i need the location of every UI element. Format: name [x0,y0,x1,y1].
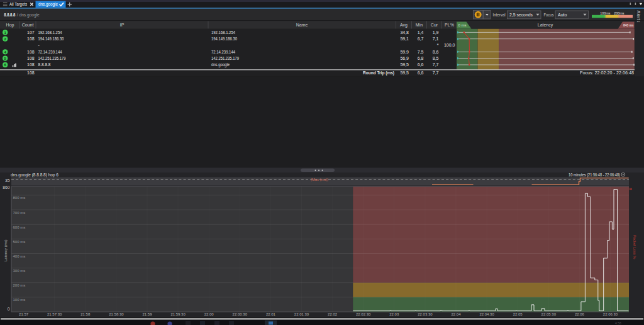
svg-text:22:00: 22:00 [204,312,214,316]
svg-text:860: 860 [3,185,10,190]
svg-text:59,1: 59,1 [400,37,409,41]
svg-text:22:02: 22:02 [328,312,338,316]
svg-text:/ dns.google: / dns.google [17,12,40,18]
svg-text:22:04: 22:04 [451,312,461,316]
svg-text:10 minutes (21:56:48 - 22:06:4: 10 minutes (21:56:48 - 22:06:48) [569,173,620,178]
svg-text:72.14.239.144: 72.14.239.144 [38,50,62,54]
svg-text:8.8.8.8: 8.8.8.8 [4,12,15,18]
svg-text:Cur: Cur [431,23,438,27]
svg-text:21:57:30: 21:57:30 [47,312,62,316]
svg-text:Packet Loss %: Packet Loss % [633,235,636,259]
svg-text:dns.google: dns.google [211,62,230,67]
svg-text:22:01:30: 22:01:30 [294,312,309,316]
svg-text:Name: Name [296,23,308,27]
svg-text:21:59:30: 21:59:30 [170,312,186,316]
svg-text:100ms: 100ms [600,11,610,15]
svg-text:700 ms: 700 ms [13,211,26,215]
svg-text:500 ms: 500 ms [13,240,26,244]
svg-text:0: 0 [8,307,10,311]
svg-text:22:05:30: 22:05:30 [541,312,557,316]
svg-text:Latency: Latency [538,23,553,28]
svg-text:1,9: 1,9 [433,30,439,35]
svg-text:Count: Count [22,23,34,27]
svg-text:200 ms: 200 ms [13,283,26,287]
svg-text:Latency (ms): Latency (ms) [4,239,8,261]
svg-text:56,9: 56,9 [400,56,409,60]
svg-text:PL%: PL% [445,23,454,27]
svg-text:22:06:30: 22:06:30 [603,312,618,316]
svg-text:7,7: 7,7 [433,62,439,67]
svg-text:108: 108 [27,71,35,75]
svg-text:Round Trip (ms): Round Trip (ms) [363,71,394,76]
svg-text:22:00:30: 22:00:30 [233,312,248,316]
svg-text:(Max (ms)): (Max (ms)) [311,178,328,181]
svg-text:dns.google: dns.google [38,2,58,7]
svg-text:»: » [629,186,632,192]
svg-text:22:03: 22:03 [389,312,399,316]
svg-text:194.149.186.30: 194.149.186.30 [38,37,64,41]
svg-text:142.251.235.179: 142.251.235.179 [38,56,66,60]
svg-text:Min: Min [416,23,423,27]
svg-text:6,7: 6,7 [418,37,424,41]
svg-text:8,5: 8,5 [433,56,439,60]
svg-text:100,0: 100,0 [444,43,455,47]
svg-text:108: 108 [27,37,35,41]
svg-text:Hop: Hop [6,23,14,28]
svg-text:22:01: 22:01 [266,312,276,316]
svg-text:108: 108 [27,56,35,60]
svg-text:108: 108 [27,62,35,67]
svg-text:800 ms: 800 ms [13,196,26,200]
svg-text:59,5: 59,5 [400,62,409,67]
svg-text:192.168.1.254: 192.168.1.254 [38,30,62,35]
svg-text:*: * [437,43,439,47]
svg-text:7,5: 7,5 [418,50,424,54]
svg-text:142.251.235.179: 142.251.235.179 [211,56,239,60]
svg-text:200ms: 200ms [614,11,624,15]
svg-text:IP: IP [120,23,125,27]
svg-text:107: 107 [27,30,35,35]
svg-text:22:02:30: 22:02:30 [356,312,371,316]
svg-text:100 ms: 100 ms [13,298,26,302]
svg-text:59,5: 59,5 [400,71,409,75]
svg-text:7,1: 7,1 [433,37,439,41]
svg-text:7,7: 7,7 [433,71,439,75]
svg-text:6,8: 6,8 [418,56,424,60]
svg-text:21:58:30: 21:58:30 [109,312,124,316]
svg-text:194.149.186.30: 194.149.186.30 [211,37,237,41]
svg-text:22:04:30: 22:04:30 [479,312,494,316]
svg-text:22:06: 22:06 [575,312,585,316]
svg-text:2,5 seconds: 2,5 seconds [509,13,533,17]
svg-text:600 ms: 600 ms [13,225,26,229]
svg-text:21:57: 21:57 [19,312,29,316]
svg-text:Focus: 22:02:20 - 22:06:48: Focus: 22:02:20 - 22:06:48 [580,71,634,75]
svg-text:35: 35 [5,178,10,183]
svg-text:8.8.8.8: 8.8.8.8 [38,62,51,67]
svg-text:21:59: 21:59 [142,312,152,316]
svg-text:192.168.1.254: 192.168.1.254 [211,30,235,35]
svg-text:Avg: Avg [400,23,408,28]
svg-text:6,6: 6,6 [418,71,424,75]
svg-text:72.14.239.144: 72.14.239.144 [211,50,235,54]
svg-text:6,6: 6,6 [418,62,424,67]
svg-text:0 ms: 0 ms [458,23,467,27]
svg-text:34,8: 34,8 [400,30,409,35]
svg-text:4:58: 4:58 [615,321,621,325]
svg-text:300 ms: 300 ms [13,269,26,273]
svg-text:1,4: 1,4 [418,30,424,35]
svg-text:All Targets: All Targets [9,2,27,7]
svg-text:843 ms: 843 ms [623,23,634,27]
svg-text:21:58: 21:58 [80,312,91,316]
svg-text:108: 108 [27,50,35,54]
svg-text:22:03:30: 22:03:30 [418,312,433,316]
svg-text:Interval: Interval [493,13,506,17]
svg-text:dns.google (8.8.8.8) hop 6: dns.google (8.8.8.8) hop 6 [11,173,58,178]
svg-text:22:05: 22:05 [513,312,523,316]
svg-text:400 ms: 400 ms [13,254,26,258]
svg-text:8,6: 8,6 [433,50,439,54]
svg-text:59,9: 59,9 [400,50,409,54]
svg-text:Auto: Auto [558,13,567,17]
svg-text:Focus: Focus [544,13,554,17]
